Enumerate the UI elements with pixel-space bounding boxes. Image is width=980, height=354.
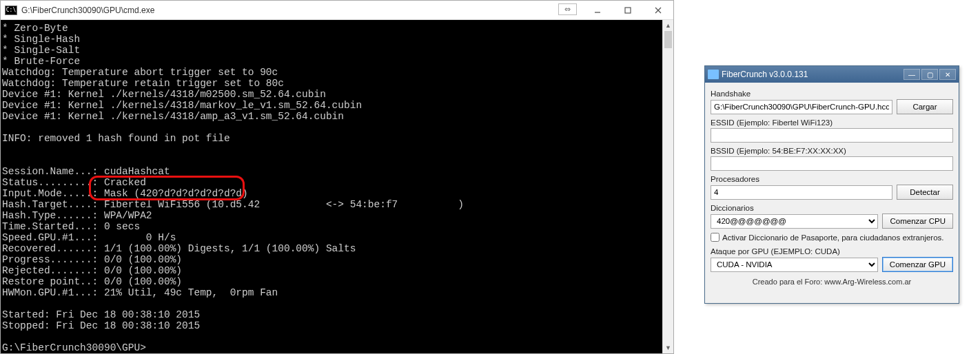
gpu-select[interactable]: CUDA - NVIDIA xyxy=(711,258,878,272)
dialog-footer: Creado para el Foro: www.Arg-Wireless.co… xyxy=(711,278,953,286)
app-icon xyxy=(708,70,719,79)
cmd-titlebar[interactable]: C:\ G:\FiberCrunch30090\GPU\cmd.exe ⇔ xyxy=(1,1,673,20)
dialog-title: FiberCrunch v3.0.0.131 xyxy=(722,70,904,79)
fibercrunch-dialog: FiberCrunch v3.0.0.131 — ▢ ✕ Handshake C… xyxy=(704,65,959,304)
diccionarios-label: Diccionarios xyxy=(711,204,953,212)
cmd-icon: C:\ xyxy=(5,6,17,15)
terminal-output[interactable]: * Zero-Byte * Single-Hash * Single-Salt … xyxy=(1,20,673,353)
dialog-maximize-button[interactable]: ▢ xyxy=(921,69,938,80)
cargar-button[interactable]: Cargar xyxy=(897,99,953,114)
scroll-down-arrow[interactable]: ▼ xyxy=(663,342,673,353)
close-button[interactable] xyxy=(643,1,673,19)
diccionarios-select[interactable]: 420@@@@@@@ xyxy=(711,214,878,229)
scroll-thumb[interactable] xyxy=(664,31,672,48)
scroll-up-arrow[interactable]: ▲ xyxy=(663,20,673,31)
detectar-button[interactable]: Detectar xyxy=(897,185,953,200)
handshake-label: Handshake xyxy=(711,90,953,98)
dialog-close-button[interactable]: ✕ xyxy=(939,69,956,80)
comenzar-cpu-button[interactable]: Comenzar CPU xyxy=(882,214,953,229)
dialog-titlebar[interactable]: FiberCrunch v3.0.0.131 — ▢ ✕ xyxy=(705,66,959,83)
bssid-label: BSSID (Ejemplo: 54:BE:F7:XX:XX:XX) xyxy=(711,147,953,155)
procesadores-label: Procesadores xyxy=(711,175,953,183)
maximize-button[interactable] xyxy=(613,1,643,19)
dialog-controls: — ▢ ✕ xyxy=(904,69,956,80)
comenzar-gpu-button[interactable]: Comenzar GPU xyxy=(882,257,953,272)
passport-checkbox-label: Activar Diccionario de Pasaporte, para c… xyxy=(722,233,944,242)
gpu-label: Ataque por GPU (EJEMPLO: CUDA) xyxy=(711,247,953,256)
dialog-minimize-button[interactable]: — xyxy=(904,69,920,80)
cmd-window: C:\ G:\FiberCrunch30090\GPU\cmd.exe ⇔ * … xyxy=(0,0,674,354)
resize-handle-icon[interactable]: ⇔ xyxy=(558,3,577,15)
minimize-button[interactable] xyxy=(582,1,613,19)
passport-checkbox[interactable] xyxy=(711,233,719,242)
cmd-title: G:\FiberCrunch30090\GPU\cmd.exe xyxy=(21,6,582,15)
essid-label: ESSID (Ejemplo: Fibertel WiFi123) xyxy=(711,118,953,127)
dialog-body: Handshake Cargar ESSID (Ejemplo: Fiberte… xyxy=(705,83,959,303)
handshake-input[interactable] xyxy=(711,100,892,114)
window-controls xyxy=(582,1,673,19)
essid-input[interactable] xyxy=(711,128,953,143)
bssid-input[interactable] xyxy=(711,156,953,171)
procesadores-input[interactable] xyxy=(711,185,892,200)
scrollbar[interactable]: ▲ ▼ xyxy=(662,20,673,353)
svg-rect-1 xyxy=(625,8,631,13)
